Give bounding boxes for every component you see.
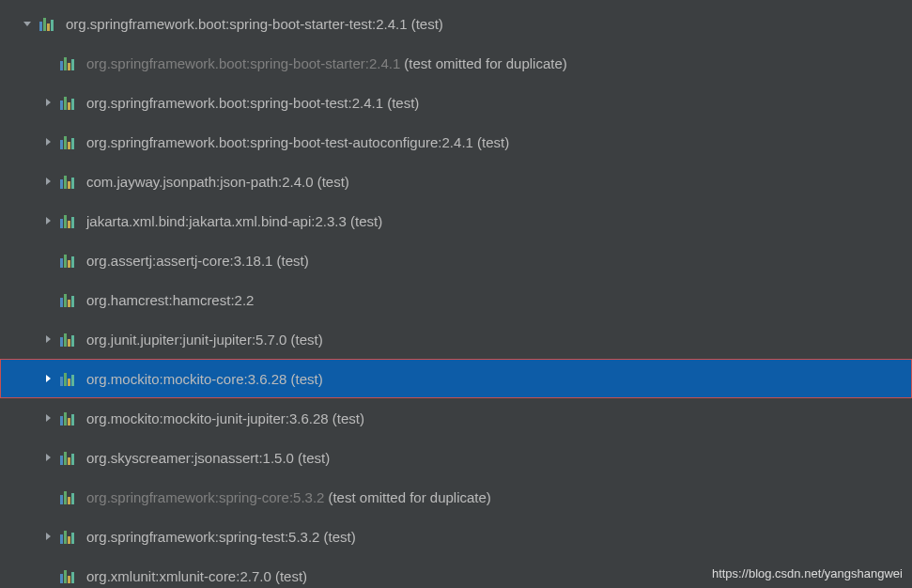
dependency-label: org.springframework.boot:spring-boot-sta…	[86, 55, 400, 71]
dependency-label: org.springframework.boot:spring-boot-tes…	[86, 134, 509, 150]
chevron-right-icon[interactable]	[41, 411, 54, 425]
dependency-label: jakarta.xml.bind:jakarta.xml.bind-api:2.…	[86, 213, 382, 229]
dependency-label: org.mockito:mockito-junit-jupiter:3.6.28…	[86, 410, 364, 426]
dependency-label: org.springframework:spring-test:5.3.2 (t…	[86, 529, 356, 545]
tree-row[interactable]: org.mockito:mockito-core:3.6.28 (test)	[0, 359, 912, 398]
chevron-right-icon[interactable]	[41, 175, 54, 188]
dependency-label: org.assertj:assertj-core:3.18.1 (test)	[86, 253, 309, 269]
library-icon	[60, 450, 79, 465]
tree-row[interactable]: org.skyscreamer:jsonassert:1.5.0 (test)	[0, 438, 912, 477]
dependency-tree: org.springframework.boot:spring-boot-sta…	[0, 0, 912, 588]
tree-row[interactable]: org.springframework.boot:spring-boot-tes…	[0, 83, 912, 122]
dependency-label: com.jayway.jsonpath:json-path:2.4.0 (tes…	[86, 174, 349, 190]
library-icon	[60, 174, 79, 189]
tree-row[interactable]: org.junit.jupiter:junit-jupiter:5.7.0 (t…	[0, 319, 912, 359]
library-icon	[60, 410, 79, 426]
watermark: https://blog.csdn.net/yangshangwei	[712, 566, 903, 580]
tree-row[interactable]: org.mockito:mockito-junit-jupiter:3.6.28…	[0, 398, 912, 438]
dependency-label: org.springframework.boot:spring-boot-tes…	[86, 95, 419, 111]
chevron-right-icon[interactable]	[41, 214, 54, 227]
library-icon	[60, 95, 79, 110]
library-icon	[60, 134, 79, 149]
library-icon	[60, 332, 79, 347]
chevron-right-icon[interactable]	[41, 451, 54, 464]
dependency-label: org.mockito:mockito-core:3.6.28 (test)	[86, 371, 323, 387]
tree-row[interactable]: jakarta.xml.bind:jakarta.xml.bind-api:2.…	[0, 201, 912, 240]
tree-row[interactable]: org.assertj:assertj-core:3.18.1 (test)	[0, 240, 912, 280]
chevron-down-icon[interactable]	[21, 17, 34, 30]
dependency-label: org.springframework.boot:spring-boot-sta…	[66, 16, 443, 32]
chevron-right-icon[interactable]	[41, 135, 54, 148]
dependency-label: org.xmlunit:xmlunit-core:2.7.0 (test)	[86, 568, 307, 584]
library-icon	[60, 213, 79, 228]
tree-row[interactable]: org.springframework:spring-test:5.3.2 (t…	[0, 517, 912, 556]
library-icon	[60, 371, 79, 386]
tree-row[interactable]: org.springframework.boot:spring-boot-sta…	[0, 43, 912, 83]
dependency-label: org.junit.jupiter:junit-jupiter:5.7.0 (t…	[86, 332, 323, 348]
dependency-suffix: (test omitted for duplicate)	[328, 489, 490, 505]
tree-row[interactable]: org.springframework:spring-core:5.3.2(te…	[0, 477, 912, 517]
library-icon	[60, 489, 79, 504]
chevron-right-icon[interactable]	[41, 372, 54, 385]
library-icon	[60, 568, 79, 583]
chevron-right-icon[interactable]	[41, 96, 54, 109]
dependency-label: org.skyscreamer:jsonassert:1.5.0 (test)	[86, 450, 330, 466]
library-icon	[60, 253, 79, 268]
chevron-right-icon[interactable]	[41, 333, 54, 346]
tree-row[interactable]: org.springframework.boot:spring-boot-sta…	[0, 4, 912, 43]
tree-row[interactable]: org.springframework.boot:spring-boot-tes…	[0, 122, 912, 162]
tree-row[interactable]: org.hamcrest:hamcrest:2.2	[0, 280, 912, 319]
library-icon	[60, 292, 79, 307]
dependency-label: org.springframework:spring-core:5.3.2	[86, 489, 324, 505]
library-icon	[60, 529, 79, 544]
dependency-label: org.hamcrest:hamcrest:2.2	[86, 292, 254, 308]
library-icon	[60, 55, 79, 70]
dependency-suffix: (test omitted for duplicate)	[404, 55, 566, 71]
chevron-right-icon[interactable]	[41, 530, 54, 543]
tree-row[interactable]: com.jayway.jsonpath:json-path:2.4.0 (tes…	[0, 162, 912, 201]
library-icon	[39, 16, 58, 31]
